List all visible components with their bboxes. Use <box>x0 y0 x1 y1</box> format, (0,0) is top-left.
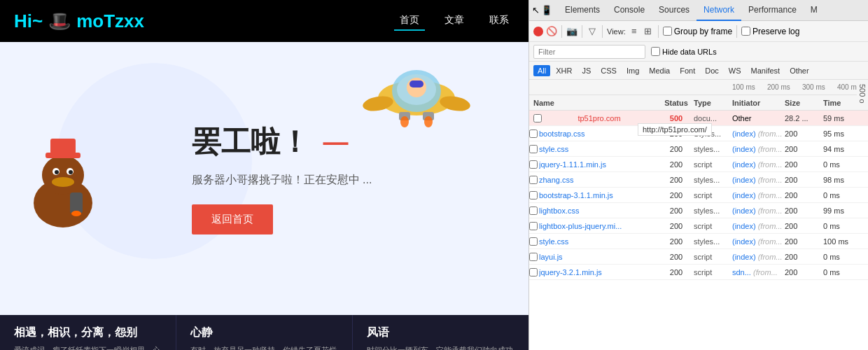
table-row[interactable]: lightbox.css 200 styles... (index) (from… <box>529 203 868 218</box>
row-size-10: 200 <box>785 268 823 276</box>
svg-point-1 <box>42 155 84 195</box>
row-name-8[interactable]: style.css <box>539 237 651 246</box>
timeline-marker-300: 300 ms <box>802 83 837 91</box>
view-label: View: <box>607 27 626 36</box>
type-btn-xhr[interactable]: XHR <box>552 65 576 76</box>
table-row[interactable]: style.css 200 styles... (index) (from...… <box>529 234 868 249</box>
row-time-6: 99 ms <box>823 206 858 215</box>
row-time-5: 0 ms <box>823 191 858 200</box>
row-cell-name-10: jquery-3.2.1.min.js <box>529 268 659 276</box>
timeline-header: 100 ms 200 ms 300 ms 400 ms 500 ms <box>529 80 868 95</box>
toolbar-sep-4 <box>658 25 659 38</box>
row-type-9: script <box>694 253 732 261</box>
type-btn-js[interactable]: JS <box>578 65 595 76</box>
row-status-5: 200 <box>659 191 694 200</box>
row-cell-name-4: zhang.css <box>529 176 659 184</box>
row-select-2[interactable] <box>529 145 538 153</box>
devtools-mobile-icon[interactable]: 📱 <box>541 5 552 15</box>
row-name-3[interactable]: jquery-1.11.1.min.js <box>539 160 651 169</box>
list-view-icon[interactable]: ≡ <box>629 26 640 37</box>
row-status-2: 200 <box>659 145 694 153</box>
table-row[interactable]: jquery-3.2.1.min.js 200 script sdn... (f… <box>529 265 868 280</box>
tab-network[interactable]: Network <box>696 0 741 21</box>
row-type-6: styles... <box>694 206 732 215</box>
row-name-5[interactable]: bootstrap-3.1.1.min.js <box>539 191 651 200</box>
row-select-9[interactable] <box>529 253 538 261</box>
type-btn-media[interactable]: Media <box>645 65 674 76</box>
group-by-frame-input[interactable] <box>663 27 672 36</box>
tab-sources[interactable]: Sources <box>652 0 696 21</box>
row-name-6[interactable]: lightbox.css <box>539 206 651 215</box>
row-time-0: 59 ms <box>823 114 858 122</box>
type-btn-other[interactable]: Other <box>785 65 813 76</box>
table-row[interactable]: layui.js 200 script (index) (from... 200… <box>529 249 868 265</box>
devtools-cursor-icon[interactable]: ↖ <box>532 5 540 15</box>
grid-view-icon[interactable]: ⊞ <box>643 26 654 37</box>
row-select-6[interactable] <box>529 206 538 215</box>
camera-icon[interactable]: 📷 <box>566 26 578 37</box>
footer-col-3: 风语 时间分比一辆列车，它能承载我们驶向成功的未来； <box>353 315 528 350</box>
row-name-1[interactable]: bootstrap.css <box>539 130 651 138</box>
type-btn-all[interactable]: All <box>533 65 550 76</box>
row-name-7[interactable]: lightbox-plus-jquery.mi... <box>539 222 651 230</box>
row-size-5: 200 <box>785 191 823 200</box>
tab-elements[interactable]: Elements <box>558 0 607 21</box>
nav-link-articles[interactable]: 文章 <box>439 11 470 31</box>
row-name-2[interactable]: style.css <box>539 145 651 153</box>
group-by-frame-checkbox[interactable]: Group by frame <box>663 27 732 36</box>
row-name-0[interactable]: tp51pro.com <box>543 114 655 122</box>
row-select-0[interactable] <box>533 114 542 122</box>
row-select-5[interactable] <box>529 191 538 200</box>
row-cell-name-2: style.css <box>529 145 659 153</box>
hero-button[interactable]: 返回首页 <box>192 204 273 234</box>
nav-link-home[interactable]: 首页 <box>394 11 425 31</box>
right-edge-indicator: 500 o <box>857 81 868 106</box>
record-button[interactable] <box>533 27 543 36</box>
filter-input[interactable] <box>533 45 645 59</box>
svg-point-7 <box>69 170 73 174</box>
row-name-4[interactable]: zhang.css <box>539 176 651 184</box>
footer-col-1-title: 相遇，相识，分离，怨别 <box>14 326 162 340</box>
table-row[interactable]: style.css 200 styles... (index) (from...… <box>529 141 868 157</box>
tab-performance[interactable]: Performance <box>741 0 804 21</box>
svg-rect-3 <box>50 139 76 154</box>
col-header-initiator: Initiator <box>732 99 785 107</box>
type-btn-doc[interactable]: Doc <box>701 65 723 76</box>
hide-data-urls-input[interactable] <box>651 47 660 56</box>
type-btn-font[interactable]: Font <box>676 65 699 76</box>
type-btn-img[interactable]: Img <box>622 65 643 76</box>
row-size-3: 200 <box>785 160 823 169</box>
row-name-10[interactable]: jquery-3.2.1.min.js <box>539 268 651 276</box>
stop-icon[interactable]: 🚫 <box>546 26 557 37</box>
row-initiator-0: Other <box>732 114 785 122</box>
type-btn-manifest[interactable]: Manifest <box>747 65 785 76</box>
row-initiator-8: (index) (from... <box>732 237 785 246</box>
rows-container: bootstrap.css 200 Styles... (index) (fro… <box>529 126 868 280</box>
preserve-log-checkbox[interactable]: Preserve log <box>741 27 799 36</box>
preserve-log-input[interactable] <box>741 27 750 36</box>
table-row[interactable]: jquery-1.11.1.min.js 200 script (index) … <box>529 157 868 172</box>
row-select-7[interactable] <box>529 222 538 230</box>
tab-console[interactable]: Console <box>607 0 652 21</box>
nav-link-contact[interactable]: 联系 <box>484 11 514 31</box>
filter-icon[interactable]: ▽ <box>587 26 598 37</box>
footer-col-3-title: 风语 <box>367 326 514 340</box>
hide-data-urls-checkbox[interactable]: Hide data URLs <box>651 47 717 56</box>
type-btn-ws[interactable]: WS <box>724 65 746 76</box>
col-header-name: Name <box>529 99 659 107</box>
row-type-2: styles... <box>694 145 732 153</box>
row-select-8[interactable] <box>529 237 538 246</box>
row-initiator-4: (index) (from... <box>732 176 785 184</box>
table-row[interactable]: bootstrap-3.1.1.min.js 200 script (index… <box>529 188 868 203</box>
tab-more[interactable]: M <box>804 0 825 21</box>
row-select-1[interactable] <box>529 130 538 138</box>
table-row[interactable]: lightbox-plus-jquery.mi... 200 script (i… <box>529 218 868 234</box>
row-select-10[interactable] <box>529 268 538 276</box>
row-name-9[interactable]: layui.js <box>539 253 651 261</box>
row-size-6: 200 <box>785 206 823 215</box>
row-type-10: script <box>694 268 732 276</box>
table-row[interactable]: zhang.css 200 styles... (index) (from...… <box>529 172 868 188</box>
row-select-3[interactable] <box>529 160 538 169</box>
type-btn-css[interactable]: CSS <box>596 65 621 76</box>
row-select-4[interactable] <box>529 176 538 184</box>
